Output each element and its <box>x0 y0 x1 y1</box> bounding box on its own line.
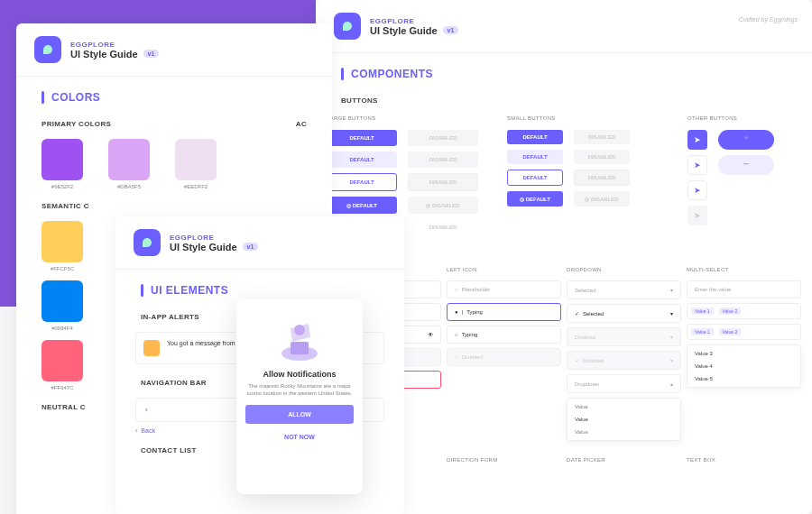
color-swatch: #FFCF5C <box>42 221 83 271</box>
dropdown-heading: DROPDOWN <box>567 267 681 272</box>
small-disabled-button: DISABLED <box>574 130 630 144</box>
large-disabled-outline: DISABLED <box>408 173 478 191</box>
chevron-up-icon: ▴ <box>670 381 673 387</box>
alert-icon <box>143 340 160 356</box>
allow-button[interactable]: ALLOW <box>245 405 354 424</box>
icon-button-solid[interactable]: ➤ <box>687 130 707 150</box>
svg-rect-1 <box>291 342 309 354</box>
list-item[interactable]: Value 5 <box>687 372 800 385</box>
circle-icon: ○ <box>455 332 458 337</box>
color-swatch: #FF647C <box>42 340 83 390</box>
dropdown-list: Value Value Value <box>567 398 681 441</box>
notification-illustration <box>272 310 327 364</box>
notification-title: Allow Notifications <box>244 370 355 379</box>
list-item[interactable]: Value 3 <box>687 347 800 360</box>
textbox-heading: TEXT BOX <box>687 457 801 463</box>
pill-button-solid[interactable]: ○ <box>718 130 774 150</box>
large-disabled-button: DISABLED <box>408 130 478 146</box>
logo-icon <box>34 36 61 63</box>
not-now-button[interactable]: NOT NOW <box>245 427 354 446</box>
small-solid-button[interactable]: DEFAULT <box>507 130 563 144</box>
buttons-heading: BUTTONS <box>316 87 812 110</box>
chevron-left-icon[interactable]: ‹ <box>145 406 148 414</box>
large-link-disabled: DISABLED <box>408 219 478 235</box>
eye-icon: 👁 <box>428 332 433 337</box>
lefticon-heading: LEFT ICON <box>447 267 561 272</box>
lefticon-input-active[interactable]: ●|Typing <box>447 303 561 321</box>
color-swatch: #EEDFF2 <box>175 139 217 189</box>
icon-button-disabled: ➤ <box>687 206 707 225</box>
lefticon-input-filled[interactable]: ○Typing <box>447 326 561 344</box>
large-disabled-button: DISABLED <box>408 151 478 168</box>
brand: EGGPLORE <box>370 17 458 25</box>
large-outline-button[interactable]: DEFAULT <box>327 173 397 191</box>
multiselect-tags[interactable]: Value 1Value 2 <box>687 324 801 340</box>
chevron-down-icon: ▾ <box>670 287 673 293</box>
dot-icon: ● <box>455 309 458 315</box>
direction-heading: DIRECTION FORM <box>447 457 561 463</box>
credit: Crafted by Eggmings <box>739 16 798 23</box>
dropdown-selected-icon[interactable]: ✓Selected▾ <box>567 304 681 323</box>
datepicker-heading: DATE PICKER <box>567 457 681 463</box>
circle-icon: ○ <box>455 287 458 292</box>
small-buttons-heading: SMALL BUTTONS <box>507 115 669 121</box>
logo-icon <box>334 13 361 40</box>
small-disabled-outline: DISABLED <box>574 170 630 186</box>
dropdown-item[interactable]: Value <box>567 426 680 438</box>
dropdown-item[interactable]: Value <box>567 413 680 426</box>
lefticon-input[interactable]: ○Placeholder <box>447 280 561 298</box>
small-icon-button[interactable]: ◎ DEFAULT <box>507 191 563 207</box>
lefticon-input-disabled: ○Disabled <box>447 348 561 366</box>
other-buttons-heading: OTHER BUTTONS <box>687 115 801 121</box>
circle-icon: ○ <box>455 354 458 360</box>
section-heading-components: COMPONENTS <box>316 53 812 87</box>
large-icon-disabled: ◎ DISABLED <box>408 197 478 214</box>
notification-modal: Allow Notifications The majestic Rocky M… <box>236 299 363 494</box>
large-icon-button[interactable]: ◎ DEFAULT <box>327 197 397 214</box>
colors-heading: COLORS <box>51 91 100 104</box>
notification-body: The majestic Rocky Mountains are a major… <box>245 382 354 398</box>
color-swatch: #DBA5F5 <box>108 139 150 189</box>
icon-button-outline[interactable]: ➤ <box>687 155 707 175</box>
primary-colors-heading: PRIMARY COLORS <box>42 120 111 128</box>
list-item[interactable]: Value 4 <box>687 360 800 372</box>
dropdown-disabled: Disabled▾ <box>567 327 681 346</box>
small-outline-button[interactable]: DEFAULT <box>507 170 563 186</box>
header: EGGPLORE UI Style Guidev1 Crafted by Egg… <box>316 0 812 53</box>
dropdown-disabled-icon: ✓Disabled▾ <box>567 351 681 370</box>
multiselect-tags[interactable]: Value 1Value 2 <box>687 303 801 319</box>
dropdown-item[interactable]: Value <box>567 400 680 413</box>
ui-elements-heading: UI ELEMENTS <box>151 284 228 297</box>
color-swatch: #0084F4 <box>42 280 83 331</box>
large-buttons-heading: LARGE BUTTONS <box>327 115 489 121</box>
svg-point-2 <box>294 325 305 335</box>
pill-button-light[interactable]: ⋯ <box>718 155 774 175</box>
dropdown-selected[interactable]: Selected▾ <box>567 280 681 299</box>
multiselect-input[interactable]: Enter the value <box>687 280 801 298</box>
small-icon-disabled: ◎ DISABLED <box>574 191 630 207</box>
check-icon: ✓ <box>575 310 579 317</box>
color-swatch: #9E52F2 <box>42 139 83 189</box>
semantic-colors-heading: SEMANTIC C <box>16 193 332 216</box>
large-solid-button[interactable]: DEFAULT <box>327 130 397 146</box>
multiselect-heading: MULTI-SELECT <box>687 267 801 272</box>
logo-icon <box>134 229 161 256</box>
page-title: UI Style Guidev1 <box>370 25 458 36</box>
small-disabled-button: DISABLED <box>574 150 630 164</box>
multiselect-list: Value 3 Value 4 Value 5 <box>687 344 801 388</box>
small-light-button[interactable]: DEFAULT <box>507 150 563 164</box>
icon-button-outline[interactable]: ➤ <box>687 180 707 200</box>
large-light-button[interactable]: DEFAULT <box>327 151 397 168</box>
dropdown-open[interactable]: Dropdown▴ <box>567 374 681 393</box>
